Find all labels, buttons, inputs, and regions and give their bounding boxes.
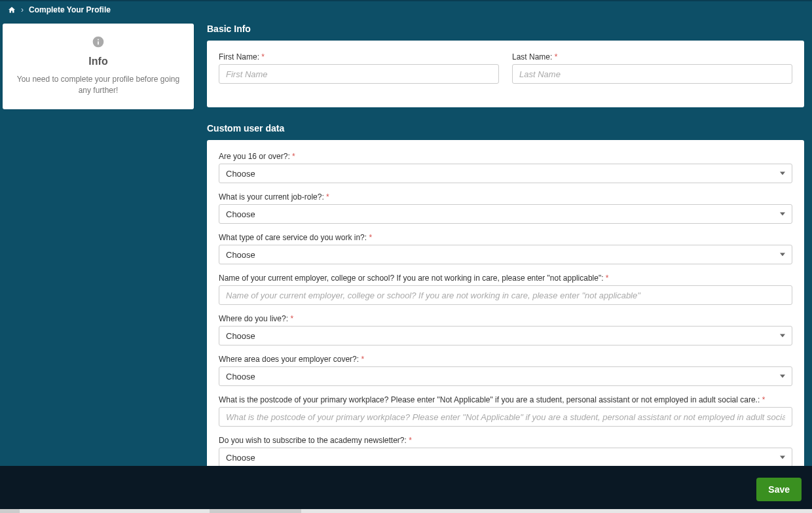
- job-select[interactable]: Choose: [219, 204, 792, 224]
- chevron-down-icon: [780, 334, 785, 338]
- panel-basic-info: First Name: * Last Name: *: [207, 41, 804, 107]
- chevron-down-icon: [780, 253, 785, 256]
- required-mark: *: [290, 314, 293, 323]
- chevron-down-icon: [780, 456, 785, 459]
- info-text: You need to complete your profile before…: [13, 74, 183, 96]
- chevron-down-icon: [780, 213, 785, 216]
- area-select[interactable]: Choose: [219, 366, 792, 386]
- newsletter-select[interactable]: Choose: [219, 448, 792, 467]
- age-select[interactable]: Choose: [219, 164, 792, 183]
- footer: Save: [0, 466, 812, 513]
- job-label: What is your current job-role?: *: [219, 192, 792, 202]
- first-name-label: First Name: *: [219, 52, 499, 62]
- service-select[interactable]: Choose: [219, 245, 792, 264]
- live-label: Where do you live?: *: [219, 314, 792, 323]
- breadcrumb-separator: ›: [21, 5, 24, 14]
- postcode-label: What is the postcode of your primary wor…: [219, 395, 792, 404]
- chevron-down-icon: [780, 172, 785, 175]
- select-value: Choose: [226, 169, 255, 179]
- select-value: Choose: [226, 453, 255, 463]
- postcode-field[interactable]: [219, 407, 792, 427]
- area-label: Where area does your employer cover?: *: [219, 355, 792, 364]
- info-icon: [13, 35, 183, 50]
- required-mark: *: [326, 192, 329, 202]
- breadcrumb: › Complete Your Profile: [0, 1, 812, 18]
- live-select[interactable]: Choose: [219, 326, 792, 345]
- panel-custom-data: Are you 16 or over?: * Choose What is yo…: [207, 140, 804, 482]
- info-card: Info You need to complete your profile b…: [3, 24, 194, 109]
- required-mark: *: [555, 52, 558, 62]
- info-title: Info: [13, 56, 183, 67]
- section-title-custom: Custom user data: [207, 123, 804, 133]
- select-value: Choose: [226, 250, 255, 260]
- breadcrumb-current: Complete Your Profile: [29, 5, 111, 14]
- first-name-field[interactable]: [219, 64, 499, 84]
- required-mark: *: [762, 395, 766, 404]
- service-label: What type of care service do you work in…: [219, 233, 792, 242]
- required-mark: *: [292, 152, 295, 161]
- last-name-label: Last Name: *: [512, 52, 792, 62]
- bottom-strip: [0, 509, 812, 513]
- employer-label: Name of your current employer, college o…: [219, 274, 792, 283]
- select-value: Choose: [226, 331, 255, 341]
- required-mark: *: [369, 233, 372, 242]
- required-mark: *: [409, 436, 412, 445]
- select-value: Choose: [226, 209, 255, 219]
- newsletter-label: Do you wish to subscribe to the academy …: [219, 436, 792, 445]
- select-value: Choose: [226, 372, 255, 381]
- last-name-field[interactable]: [512, 64, 792, 84]
- employer-field[interactable]: [219, 285, 792, 305]
- home-icon[interactable]: [8, 6, 16, 14]
- chevron-down-icon: [780, 375, 785, 378]
- required-mark: *: [261, 52, 265, 62]
- required-mark: *: [606, 274, 609, 283]
- section-title-basic: Basic Info: [207, 24, 804, 34]
- required-mark: *: [361, 355, 364, 364]
- save-button[interactable]: Save: [756, 478, 802, 501]
- age-label: Are you 16 or over?: *: [219, 152, 792, 161]
